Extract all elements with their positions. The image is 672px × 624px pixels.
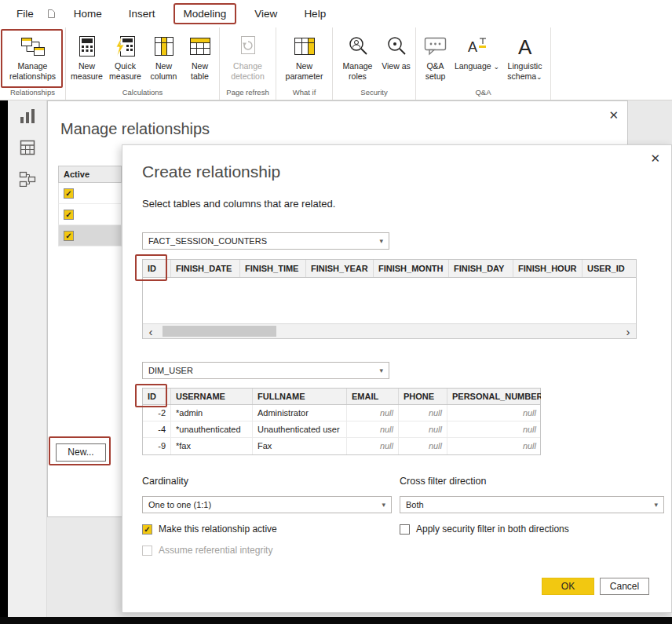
ribbon-group-label: Q&A [416,88,550,100]
qa-setup-button[interactable]: Q&A setup [417,30,455,88]
checkbox-label: Apply security filter in both directions [416,524,569,535]
cell: *unauthenticated [171,421,253,437]
column-header[interactable]: PERSONAL_NUMBER [447,389,541,404]
column-header[interactable]: FINISH_DAY [449,260,513,277]
cell: *admin [171,405,253,421]
ok-button[interactable]: OK [542,578,594,595]
change-detection-icon [239,31,257,61]
language-button[interactable]: A Language ⌄ [455,30,500,88]
dropdown-value: Both [406,500,424,509]
ribbon-group-label: Relationships [0,88,65,100]
check-icon: ✓ [65,210,71,219]
column-header[interactable]: FINISH_YEAR [306,260,374,277]
column-header[interactable]: FINISH_HOUR [513,260,583,277]
ribbon-group-label: Page refresh [220,88,276,100]
manage-relationships-button[interactable]: Manage relationships [2,30,64,88]
ribbon-button-label: New column [145,61,183,82]
make-active-checkbox[interactable]: ✓ [142,524,152,535]
linguistic-schema-button[interactable]: A Linguistic schema⌄ [500,30,550,88]
active-checkbox[interactable]: ✓ [64,231,74,241]
column-header[interactable]: USER_ID [583,260,636,277]
new-relationship-button[interactable]: New... [56,443,106,462]
column-header[interactable]: ID [143,389,171,404]
menu-home[interactable]: Home [65,5,111,23]
cell: *fax [171,438,253,454]
scroll-right-icon[interactable]: › [620,325,636,338]
column-header[interactable]: FINISH_DATE [171,260,240,277]
column-header[interactable]: FULLNAME [253,389,347,404]
new-parameter-button[interactable]: New parameter [280,30,329,88]
horizontal-scrollbar[interactable]: ‹ › [143,323,636,338]
cancel-button[interactable]: Cancel [600,578,649,595]
data-view-icon[interactable] [8,132,46,163]
ribbon-button-label: New measure [68,61,106,82]
column-header[interactable]: USERNAME [171,389,253,404]
manage-roles-button[interactable]: Manage roles [336,30,380,88]
new-measure-button[interactable]: New measure [68,30,106,88]
ribbon-button-label: Change detection [222,61,274,82]
make-active-checkbox-row[interactable]: ✓ Make this relationship active [142,524,277,535]
column-header[interactable]: FINISH_MONTH [374,260,449,277]
create-relationship-dialog: ✕ Create relationship Select tables and … [122,144,672,613]
active-checkbox[interactable]: ✓ [64,210,74,220]
referential-integrity-checkbox-row: Assume referential integrity [142,545,272,556]
menu-insert[interactable]: Insert [120,5,164,23]
close-icon[interactable]: ✕ [608,108,619,122]
dialog-subtitle: Select tables and columns that are relat… [142,198,335,210]
scrollbar-thumb[interactable] [163,326,276,337]
from-table-dropdown[interactable]: FACT_SESSION_COUNTERS ▾ [142,232,389,250]
cell: null [347,421,399,437]
cross-filter-dropdown[interactable]: Both ▾ [400,496,664,513]
close-icon[interactable]: ✕ [650,151,660,166]
report-view-icon[interactable] [8,100,46,132]
check-icon: ✓ [65,232,71,240]
checkbox-label: Make this relationship active [159,524,277,535]
language-icon: A [466,31,488,61]
column-header[interactable]: PHONE [399,389,447,404]
to-table-dropdown[interactable]: DIM_USER ▾ [142,362,389,379]
model-view-icon[interactable] [8,163,46,195]
ribbon-group-label: What if [276,88,332,100]
menu-file[interactable]: File [8,5,42,23]
relationship-row[interactable]: ✓ [58,183,122,204]
cell: null [447,405,541,421]
column-header[interactable]: ID [143,260,171,277]
view-as-button[interactable]: View as [380,30,413,88]
dropdown-arrow-icon: ▾ [379,237,383,245]
ribbon-button-label: Linguistic schema⌄ [500,61,550,82]
column-header[interactable]: FINISH_TIME [240,260,306,277]
from-table-preview: ID FINISH_DATE FINISH_TIME FINISH_YEAR F… [142,259,637,339]
table-row: -4 *unauthenticated Unauthenticated user… [143,421,540,438]
menu-help[interactable]: Help [295,5,334,23]
scrollbar-track[interactable] [159,324,620,338]
checkbox-label: Assume referential integrity [159,545,272,556]
ribbon-button-text: Language [455,61,491,71]
menu-modeling[interactable]: Modeling [173,3,237,24]
check-icon: ✓ [144,525,150,534]
table-row: -9 *fax Fax null null null [143,438,540,454]
cardinality-dropdown[interactable]: One to one (1:1) ▾ [142,496,392,513]
quick-measure-button[interactable]: Quick measure [106,30,145,88]
ribbon-group-label: Security [333,88,415,100]
new-table-button[interactable]: New table [183,30,217,88]
new-column-icon [154,31,174,61]
left-edge-strip [0,100,8,624]
dropdown-value: FACT_SESSION_COUNTERS [148,236,267,246]
active-checkbox[interactable]: ✓ [64,188,74,199]
column-header[interactable]: EMAIL [347,389,399,404]
security-filter-checkbox-row[interactable]: Apply security filter in both directions [400,524,569,535]
ribbon-group-label: Calculations [66,88,219,100]
cell: null [347,438,399,454]
security-filter-checkbox[interactable] [400,524,410,535]
relationship-row-selected[interactable]: ✓ [58,225,122,246]
to-table-preview: ID USERNAME FULLNAME EMAIL PHONE PERSONA… [142,388,541,455]
menu-view[interactable]: View [246,5,286,23]
cross-filter-label: Cross filter direction [400,476,486,487]
scroll-left-icon[interactable]: ‹ [143,325,159,338]
ribbon-group-qa: Q&A setup A Language ⌄ A [416,27,551,100]
relationship-row[interactable]: ✓ [58,204,122,225]
linguistic-schema-icon: A [516,31,535,61]
new-column-button[interactable]: New column [145,30,183,88]
cell: Administrator [253,405,347,421]
ribbon-button-label: Manage roles [336,61,380,82]
